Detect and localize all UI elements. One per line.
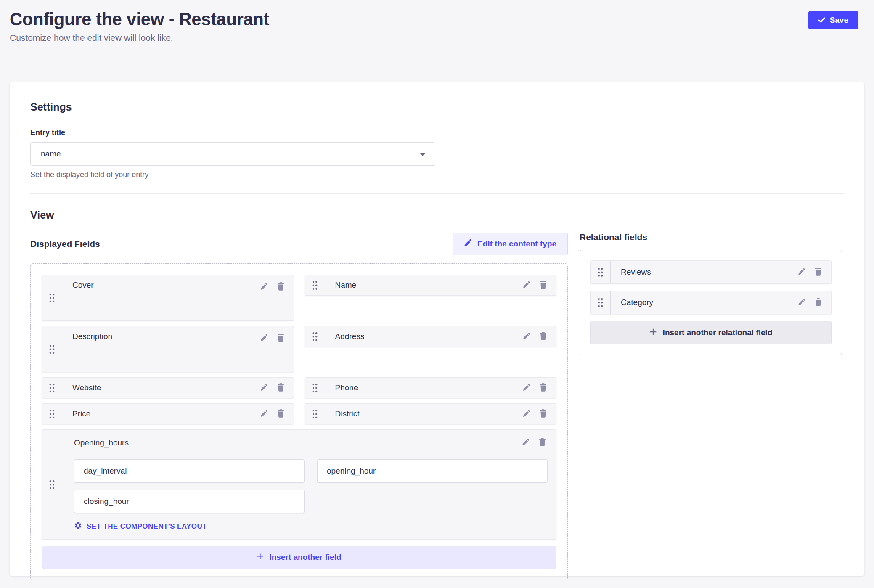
page-header-text: Configure the view - Restaurant Customiz… (10, 9, 269, 43)
edit-field-button[interactable] (521, 331, 532, 343)
entry-title-label: Entry title (30, 128, 844, 137)
edit-field-button[interactable] (521, 279, 532, 291)
page-subtitle: Customize how the edit view will look li… (10, 33, 269, 43)
field-label: District (335, 409, 522, 418)
drag-handle-icon[interactable] (591, 291, 611, 314)
displayed-fields-section: Displayed Fields Edit the content type (30, 232, 568, 580)
entry-title-hint: Set the displayed field of your entry (30, 170, 844, 179)
subfield-closing-hour[interactable]: closing_hour (74, 490, 305, 513)
pencil-icon (522, 438, 530, 447)
edit-field-button[interactable] (259, 281, 270, 293)
save-button[interactable]: Save (808, 11, 858, 29)
set-component-layout-button[interactable]: SET THE COMPONENT'S LAYOUT (74, 522, 548, 532)
drag-handle-icon[interactable] (305, 275, 325, 295)
relational-card-category[interactable]: Category (590, 291, 832, 314)
delete-field-button[interactable] (275, 408, 286, 421)
delete-field-button[interactable] (538, 381, 548, 395)
edit-field-button[interactable] (259, 408, 270, 420)
drag-handle-icon[interactable] (42, 430, 62, 539)
field-label: Price (72, 409, 259, 418)
save-button-label: Save (830, 16, 848, 25)
edit-field-button[interactable] (521, 382, 532, 394)
edit-component-button[interactable] (520, 437, 531, 449)
displayed-fields-title: Displayed Fields (30, 239, 100, 249)
insert-another-relational-field-button[interactable]: Insert another relational field (590, 321, 832, 344)
pencil-icon (523, 281, 530, 290)
plus-icon (649, 328, 657, 338)
drag-handle-icon[interactable] (42, 326, 62, 372)
pencil-icon (523, 410, 530, 418)
trash-icon (540, 409, 547, 419)
trash-icon (540, 383, 547, 393)
field-card-name[interactable]: Name (305, 275, 557, 296)
field-row: Description (42, 326, 556, 372)
insert-another-field-button[interactable]: Insert another field (42, 546, 556, 569)
relational-card-reviews[interactable]: Reviews (590, 260, 832, 284)
pencil-icon (523, 332, 530, 341)
entry-title-value: name (41, 149, 61, 159)
field-row: Cover (42, 275, 556, 321)
edit-field-button[interactable] (259, 332, 270, 344)
pencil-icon (260, 283, 268, 291)
drag-handle-icon[interactable] (591, 261, 611, 283)
delete-relational-button[interactable] (813, 296, 824, 309)
delete-component-button[interactable] (537, 436, 548, 449)
relational-field-label: Category (621, 298, 796, 307)
delete-field-button[interactable] (275, 381, 286, 395)
drag-handle-icon[interactable] (305, 326, 325, 347)
pencil-icon (464, 239, 472, 249)
drag-handle-icon[interactable] (305, 404, 325, 424)
field-card-price[interactable]: Price (42, 403, 294, 424)
drag-handle-icon[interactable] (42, 404, 62, 424)
subfield-opening-hour[interactable]: opening_hour (317, 459, 548, 483)
field-card-district[interactable]: District (305, 403, 557, 424)
delete-field-button[interactable] (275, 281, 286, 294)
trash-icon (277, 334, 284, 343)
relational-fields-section: Relational fields Reviews (580, 232, 842, 355)
trash-icon (277, 282, 284, 292)
drag-handle-icon[interactable] (305, 378, 325, 398)
field-row: Website (42, 377, 556, 398)
edit-field-button[interactable] (259, 382, 270, 394)
trash-icon (540, 281, 547, 290)
field-label: Description (72, 332, 259, 341)
page-title: Configure the view - Restaurant (10, 9, 269, 29)
field-label: Phone (335, 383, 522, 392)
drag-handle-icon[interactable] (42, 275, 62, 320)
displayed-fields-dropzone: Cover (30, 263, 568, 580)
pencil-icon (260, 334, 268, 343)
component-subfields: day_interval opening_hour closing_hour (74, 459, 548, 513)
gear-icon (74, 522, 82, 532)
field-card-cover[interactable]: Cover (42, 275, 294, 321)
edit-content-type-button[interactable]: Edit the content type (453, 233, 568, 255)
subfield-day-interval[interactable]: day_interval (74, 459, 305, 483)
component-card-opening-hours[interactable]: Opening_hours day_interval opening_hour … (42, 429, 556, 540)
delete-field-button[interactable] (538, 279, 548, 292)
field-label: Name (335, 281, 522, 290)
field-card-description[interactable]: Description (42, 326, 294, 372)
edit-content-type-label: Edit the content type (477, 239, 556, 249)
edit-field-button[interactable] (521, 408, 532, 420)
drag-handle-icon[interactable] (42, 378, 62, 398)
field-label: Website (72, 383, 259, 392)
field-card-website[interactable]: Website (42, 377, 294, 398)
field-card-phone[interactable]: Phone (305, 377, 557, 398)
check-icon (818, 16, 825, 25)
pencil-icon (260, 384, 268, 392)
relational-field-label: Reviews (621, 268, 796, 277)
field-label: Address (335, 332, 522, 341)
delete-relational-button[interactable] (813, 266, 824, 279)
delete-field-button[interactable] (538, 408, 548, 421)
delete-field-button[interactable] (275, 332, 286, 345)
pencil-icon (798, 268, 805, 277)
set-component-layout-label: SET THE COMPONENT'S LAYOUT (87, 522, 207, 531)
edit-relational-button[interactable] (796, 266, 807, 278)
delete-field-button[interactable] (538, 330, 548, 343)
page-header: Configure the view - Restaurant Customiz… (0, 0, 874, 43)
edit-relational-button[interactable] (796, 297, 807, 309)
view-columns: Displayed Fields Edit the content type (30, 232, 844, 580)
field-card-address[interactable]: Address (305, 326, 557, 347)
plus-icon (257, 553, 264, 562)
section-divider (30, 193, 844, 194)
entry-title-select[interactable]: name (30, 142, 435, 166)
